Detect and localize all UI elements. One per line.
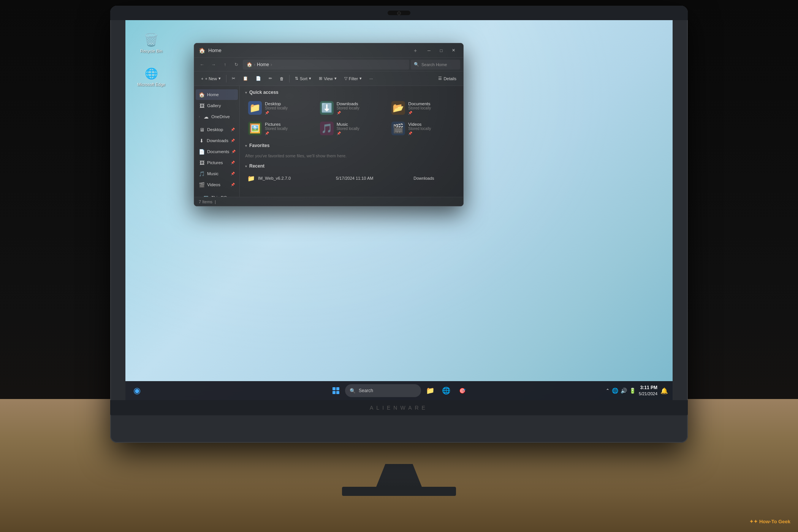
recent-toggle[interactable]: ▾ [245, 164, 247, 168]
maximize-button[interactable]: □ [436, 46, 446, 55]
desktop-icon-edge[interactable]: 🌐 Microsoft Edge [136, 66, 166, 87]
sidebar-item-desktop[interactable]: 🖥 Desktop 📌 [196, 124, 238, 135]
cortana-icon[interactable]: ◉ [130, 384, 144, 397]
svg-rect-2 [332, 391, 336, 394]
sidebar-item-onedrive[interactable]: › ☁ OneDrive [196, 111, 238, 122]
edge-label: Microsoft Edge [137, 82, 165, 87]
onedrive-sidebar-icon: ☁ [203, 114, 209, 120]
delete-button[interactable]: 🗑 [277, 73, 287, 84]
taskbar-search[interactable]: 🔍 Search [345, 384, 421, 397]
recycle-bin-label: Recycle Bin [140, 49, 162, 54]
new-button[interactable]: + + New ▾ [198, 73, 224, 84]
taskbar-time: 3:11 PM [639, 385, 657, 391]
toolbar-separator-2 [289, 75, 290, 82]
pictures-sidebar-icon: 🖼 [199, 160, 205, 166]
status-bar: 7 Items | [194, 197, 463, 206]
paste-button[interactable]: 📄 [253, 73, 264, 84]
pictures-pin-icon: 📌 [231, 161, 235, 165]
minimize-button[interactable]: ─ [424, 46, 434, 55]
recycle-bin-icon: 🗑️ [144, 32, 159, 48]
recent-item-im-web[interactable]: 📁 IM_Web_v6.2.7.0 5/17/2024 11:10 AM Dow… [245, 173, 458, 184]
chevron-up-icon[interactable]: ⌃ [606, 388, 610, 393]
home-path-icon: 🏠 [247, 62, 252, 67]
close-button[interactable]: ✕ [448, 46, 459, 55]
new-tab-button[interactable]: + [410, 46, 421, 55]
taskbar-right: ⌃ 🌐 🔊 🔋 3:11 PM 5/21/2024 🔔 [606, 385, 668, 397]
qa-item-pictures[interactable]: 🖼️ Pictures Stored locally 📌 [245, 119, 315, 138]
favorites-title: Favorites [249, 143, 269, 148]
qa-item-downloads[interactable]: ⬇️ Downloads Stored locally 📌 [317, 99, 386, 117]
downloads-sidebar-icon: ⬇ [199, 138, 204, 144]
sidebar-item-music[interactable]: 🎵 Music 📌 [196, 168, 238, 179]
search-icon: 🔍 [414, 62, 419, 67]
recent-date: 5/17/2024 11:10 AM [334, 173, 411, 184]
qa-item-desktop[interactable]: 📁 Desktop Stored locally 📌 [245, 99, 315, 117]
taskbar-file-explorer-icon[interactable]: 📁 [423, 384, 437, 397]
monitor-base [342, 487, 456, 496]
qa-item-music[interactable]: 🎵 Music Stored locally 📌 [317, 119, 386, 138]
sidebar-item-videos[interactable]: 🎬 Videos 📌 [196, 179, 238, 190]
pictures-qa-pin: 📌 [265, 131, 288, 135]
quick-access-toggle[interactable]: ▾ [245, 90, 247, 95]
sidebar-item-pictures[interactable]: 🖼 Pictures 📌 [196, 157, 238, 168]
edge-icon: 🌐 [144, 66, 159, 81]
sidebar-item-home[interactable]: 🏠 Home [196, 89, 238, 100]
sort-button[interactable]: ⇅ Sort ▾ [292, 73, 314, 84]
quick-access-grid: 📁 Desktop Stored locally 📌 ⬇️ [245, 99, 458, 138]
filter-button[interactable]: ▽ Filter ▾ [341, 73, 365, 84]
favorites-empty-message: After you've favorited some files, we'll… [245, 152, 458, 160]
search-box[interactable]: 🔍 Search Home [411, 60, 460, 70]
favorites-toggle[interactable]: ▾ [245, 144, 247, 148]
network-tray-icon[interactable]: 🌐 [612, 388, 618, 394]
music-sidebar-icon: 🎵 [199, 171, 205, 177]
taskbar-alienware-icon[interactable]: 🎯 [455, 384, 469, 397]
explorer-title: Home [208, 48, 405, 53]
screen: 🗑️ Recycle Bin 🌐 Microsoft Edge 🏠 Home +… [125, 20, 673, 400]
volume-icon[interactable]: 🔊 [621, 388, 627, 394]
cut-button[interactable]: ✂ [229, 73, 238, 84]
copy-button[interactable]: 📋 [240, 73, 251, 84]
rename-button[interactable]: ✏ [266, 73, 275, 84]
sidebar-item-documents[interactable]: 📄 Documents 📌 [196, 146, 238, 157]
desktop-icon-recycle-bin[interactable]: 🗑️ Recycle Bin [136, 32, 166, 54]
view-button[interactable]: ⊞ View ▾ [316, 73, 340, 84]
howtogeek-watermark: ✦✦ How-To Geek [749, 519, 790, 524]
quick-access-title: Quick access [249, 90, 279, 95]
qa-item-videos[interactable]: 🎬 Videos Stored locally 📌 [388, 119, 458, 138]
up-button[interactable]: ↑ [220, 60, 230, 70]
search-placeholder: Search Home [421, 62, 447, 67]
videos-sidebar-icon: 🎬 [199, 182, 205, 188]
taskbar-search-label: Search [359, 388, 373, 393]
start-button[interactable] [329, 384, 343, 397]
qa-videos-icon: 🎬 [391, 122, 405, 135]
taskbar-center: 🔍 Search 📁 🌐 🎯 [329, 384, 469, 397]
taskbar: ◉ 🔍 Search 📁 [125, 381, 673, 400]
title-bar: 🏠 Home + ─ □ ✕ [194, 43, 463, 58]
address-path[interactable]: 🏠 › Home › [243, 60, 409, 70]
more-button[interactable]: ··· [366, 73, 376, 84]
documents-qa-pin: 📌 [408, 111, 431, 115]
desktop-qa-pin: 📌 [265, 111, 288, 115]
alienware-brand: ALIENWARE [370, 405, 428, 411]
qa-item-documents[interactable]: 📂 Documents Stored locally 📌 [388, 99, 458, 117]
sidebar-item-downloads[interactable]: ⬇ Downloads 📌 [196, 135, 238, 146]
taskbar-edge-icon[interactable]: 🌐 [439, 384, 453, 397]
system-tray: ⌃ 🌐 🔊 🔋 [606, 388, 636, 394]
refresh-button[interactable]: ↻ [231, 60, 241, 70]
monitor-bezel-bottom: ALIENWARE [110, 400, 688, 415]
forward-button[interactable]: → [209, 60, 218, 70]
sidebar: 🏠 Home 🖼 Gallery › ☁ OneDrive [194, 86, 240, 197]
back-button[interactable]: ← [197, 60, 207, 70]
recent-location: Downloads [411, 173, 458, 184]
notification-icon[interactable]: 🔔 [660, 387, 668, 394]
taskbar-date: 5/21/2024 [639, 391, 657, 397]
qa-desktop-icon: 📁 [248, 101, 262, 115]
details-button[interactable]: ☰ Details [435, 73, 459, 84]
sidebar-item-thispc[interactable]: › 💻 This PC [196, 192, 238, 197]
qa-downloads-icon: ⬇️ [320, 101, 334, 115]
videos-pin-icon: 📌 [231, 183, 235, 187]
battery-icon[interactable]: 🔋 [629, 388, 636, 394]
explorer-title-icon: 🏠 [199, 48, 205, 54]
sidebar-item-gallery[interactable]: 🖼 Gallery [196, 100, 238, 111]
taskbar-clock[interactable]: 3:11 PM 5/21/2024 [639, 385, 657, 397]
